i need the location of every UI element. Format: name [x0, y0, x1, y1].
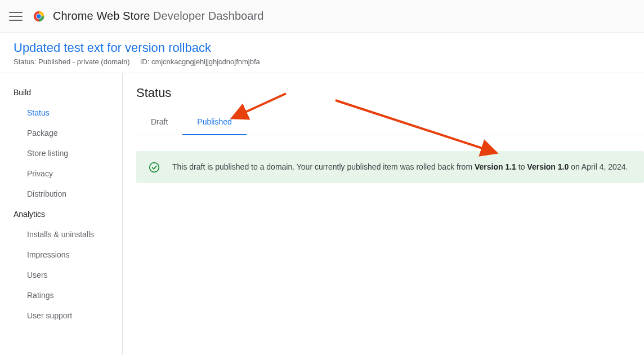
banner-to-version: Version 1.0: [527, 162, 569, 171]
sidebar-item-status[interactable]: Status: [14, 103, 122, 123]
sidebar-section-analytics: Analytics: [14, 204, 122, 224]
success-check-icon: [149, 162, 160, 173]
page-title: Status: [136, 86, 644, 100]
tab-published[interactable]: Published: [182, 117, 247, 135]
banner-mid: to: [516, 162, 527, 171]
tab-draft[interactable]: Draft: [136, 117, 182, 135]
sidebar-item-user-support[interactable]: User support: [14, 305, 122, 326]
svg-point-2: [37, 14, 41, 18]
id-label: ID:: [140, 57, 151, 66]
sidebar-item-store-listing[interactable]: Store listing: [14, 143, 122, 163]
main: Status Draft Published This draft is pub…: [123, 73, 644, 355]
status-value: Published - private (domain): [38, 57, 130, 66]
app-title-light: Developer Dashboard: [150, 10, 263, 22]
sidebar-item-impressions[interactable]: Impressions: [14, 245, 122, 265]
chrome-web-store-logo-icon: [33, 10, 45, 23]
extension-title-link[interactable]: Updated test ext for version rollback: [14, 41, 630, 55]
banner-prefix: This draft is published to a domain. You…: [172, 162, 475, 171]
subheader: Updated test ext for version rollback St…: [0, 33, 644, 73]
status-banner: This draft is published to a domain. You…: [136, 151, 644, 183]
topbar: Chrome Web Store Developer Dashboard: [0, 0, 644, 33]
sidebar-item-ratings[interactable]: Ratings: [14, 285, 122, 305]
tabs: Draft Published: [136, 117, 644, 135]
sidebar-item-users[interactable]: Users: [14, 265, 122, 285]
id-value: cmjcnkacgngjehljjghjcdnojfnmjbfa: [151, 57, 260, 66]
sidebar-item-privacy[interactable]: Privacy: [14, 163, 122, 184]
app-title-strong: Chrome Web Store: [53, 10, 150, 22]
status-label: Status:: [14, 57, 38, 66]
banner-text: This draft is published to a domain. You…: [172, 161, 628, 173]
content-area: Build Status Package Store listing Priva…: [0, 73, 644, 355]
sidebar-item-distribution[interactable]: Distribution: [14, 184, 122, 204]
banner-suffix: on April 4, 2024.: [569, 162, 628, 171]
svg-point-3: [150, 162, 159, 172]
sidebar-item-installs-uninstalls[interactable]: Installs & uninstalls: [14, 224, 122, 245]
sidebar-section-build: Build: [14, 82, 122, 103]
banner-from-version: Version 1.1: [475, 162, 516, 171]
menu-icon[interactable]: [9, 10, 23, 23]
sidebar: Build Status Package Store listing Priva…: [0, 73, 123, 355]
app-title: Chrome Web Store Developer Dashboard: [53, 10, 264, 23]
extension-meta: Status: Published - private (domain)ID: …: [14, 57, 630, 66]
sidebar-item-package[interactable]: Package: [14, 123, 122, 143]
